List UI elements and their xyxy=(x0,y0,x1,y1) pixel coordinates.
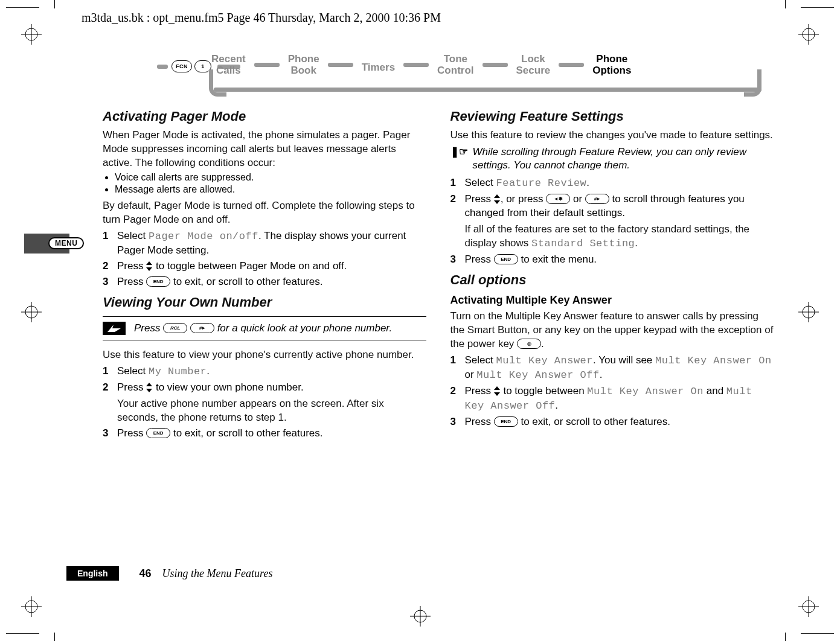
crop-mark xyxy=(6,7,39,8)
step-text: Press xyxy=(465,254,494,265)
step: 1 Select Feature Review. xyxy=(450,176,774,190)
page-footer: English 46 Using the Menu Features xyxy=(66,566,272,581)
step-text: . xyxy=(555,400,558,411)
step: 3 Press END to exit the menu. xyxy=(450,252,774,266)
step-text: , or press xyxy=(501,193,547,205)
nav-item-phone-book: PhoneBook xyxy=(288,53,319,76)
nav-connector xyxy=(254,63,280,67)
step: 2 Press to view your own phone number. Y… xyxy=(103,380,426,424)
step-text: and xyxy=(704,385,726,397)
step-text: to view your own phone number. xyxy=(153,381,303,393)
crop-mark xyxy=(785,0,786,8)
footer-title: Using the Menu Features xyxy=(162,567,273,580)
key-hash-right-icon xyxy=(585,194,609,204)
registration-mark-icon xyxy=(21,302,42,322)
page: m3tda_us.bk : opt_menu.fm5 Page 46 Thurs… xyxy=(0,0,840,641)
step-note: If all of the features are set to the fa… xyxy=(465,222,774,250)
display-text: Pager Mode on/off xyxy=(149,231,258,242)
note: ❚☞ While scrolling through Feature Revie… xyxy=(450,145,774,172)
scroll-key-icon xyxy=(494,194,501,204)
paragraph: Turn on the Multiple Key Answer feature … xyxy=(450,309,774,351)
key-power-icon xyxy=(517,339,541,349)
tip-box: Press RCL for a quick look at your phone… xyxy=(103,316,426,340)
scroll-key-icon xyxy=(494,386,501,396)
registration-mark-icon xyxy=(798,24,819,45)
step: 2 Press to toggle between Pager Mode on … xyxy=(103,259,426,273)
display-text: Mult Key Answer Off xyxy=(476,369,599,381)
step-text: . xyxy=(207,365,210,377)
menu-side-tab: MENU xyxy=(24,234,69,254)
display-text: Mult Key Answer xyxy=(496,355,593,366)
display-text: Mult Key Answer On xyxy=(587,386,704,397)
left-column: Activating Pager Mode When Pager Mode is… xyxy=(103,103,426,444)
step-text: Select xyxy=(465,177,496,188)
bullet: Message alerts are allowed. xyxy=(115,184,426,195)
step-text: . xyxy=(586,177,589,188)
nav-item-timers: Timers xyxy=(362,56,395,73)
step-text: Select xyxy=(117,230,149,241)
step: 1 Select Pager Mode on/off. The display … xyxy=(103,229,426,257)
tip-icon xyxy=(103,322,126,335)
heading-call-options: Call options xyxy=(450,272,774,288)
step-text: to toggle between Pager Mode on and off. xyxy=(153,260,347,272)
step: 2 Press , or press or to scroll through … xyxy=(450,192,774,250)
registration-mark-icon xyxy=(21,24,42,45)
crop-mark xyxy=(801,7,834,8)
nav-item-tone-control: ToneControl xyxy=(437,53,473,76)
bullet: Voice call alerts are suppressed. xyxy=(115,172,426,183)
step-text: Press xyxy=(465,416,494,427)
menu-side-tab-label: MENU xyxy=(48,237,84,249)
step-text: Select xyxy=(117,365,149,377)
key-end-icon: END xyxy=(494,416,518,427)
nav-item-phone-options: PhoneOptions xyxy=(592,53,631,76)
note-text: While scrolling through Feature Review, … xyxy=(473,145,774,172)
step-text: . You will see xyxy=(593,354,655,366)
paragraph: Use this feature to review the changes y… xyxy=(450,128,774,142)
nav-connector xyxy=(328,63,353,67)
header-path: m3tda_us.bk : opt_menu.fm5 Page 46 Thurs… xyxy=(82,11,441,25)
menu-breadcrumb: FCN 1 RecentCalls PhoneBook Timers ToneC… xyxy=(157,56,761,98)
step-text: Press xyxy=(117,427,146,439)
display-text: Standard Setting xyxy=(531,238,635,249)
crop-mark xyxy=(785,633,786,641)
step-note: Your active phone number appears on the … xyxy=(117,397,426,424)
key-end-icon: END xyxy=(146,428,170,438)
nav-item-lock-secure: LockSecure xyxy=(516,53,551,76)
heading-activating-pager-mode: Activating Pager Mode xyxy=(103,109,426,124)
step-text: to exit, or scroll to other features. xyxy=(170,427,322,439)
step: 1 Select Mult Key Answer. You will see M… xyxy=(450,353,774,382)
step-text: to exit, or scroll to other features. xyxy=(170,276,322,287)
paragraph: By default, Pager Mode is turned off. Co… xyxy=(103,199,426,226)
nav-return-line xyxy=(209,83,761,95)
registration-mark-icon xyxy=(21,596,42,617)
display-text: Feature Review xyxy=(496,177,586,189)
nav-connector xyxy=(157,65,168,69)
step: 3 Press END to exit, or scroll to other … xyxy=(103,275,426,289)
crop-mark xyxy=(54,0,55,8)
step-text: Press xyxy=(465,385,494,397)
step-text: Press xyxy=(117,276,146,287)
key-fcn-icon: FCN xyxy=(172,60,192,72)
nav-connector xyxy=(483,63,508,67)
step-text: to exit, or scroll to other features. xyxy=(518,416,670,427)
step-text: . xyxy=(600,369,603,380)
tip-text: Press xyxy=(134,322,163,334)
nav-connector xyxy=(403,63,429,67)
key-star-left-icon xyxy=(546,194,570,204)
scroll-key-icon xyxy=(146,383,153,392)
step-text: Press xyxy=(117,260,146,272)
language-chip: English xyxy=(66,566,119,581)
crop-mark xyxy=(801,633,834,634)
key-end-icon: END xyxy=(146,276,170,287)
display-text: Mult Key Answer On xyxy=(655,355,772,366)
right-column: Reviewing Feature Settings Use this feat… xyxy=(450,103,774,444)
step-text: Press xyxy=(117,381,146,393)
step: 3 Press END to exit, or scroll to other … xyxy=(450,415,774,429)
step: 3 Press END to exit, or scroll to other … xyxy=(103,426,426,440)
crop-mark xyxy=(54,633,55,641)
step-text: to exit the menu. xyxy=(518,254,597,265)
crop-mark xyxy=(6,633,39,634)
nav-connector xyxy=(559,63,584,67)
key-rcl-icon: RCL xyxy=(163,323,187,333)
registration-mark-icon xyxy=(798,596,819,617)
